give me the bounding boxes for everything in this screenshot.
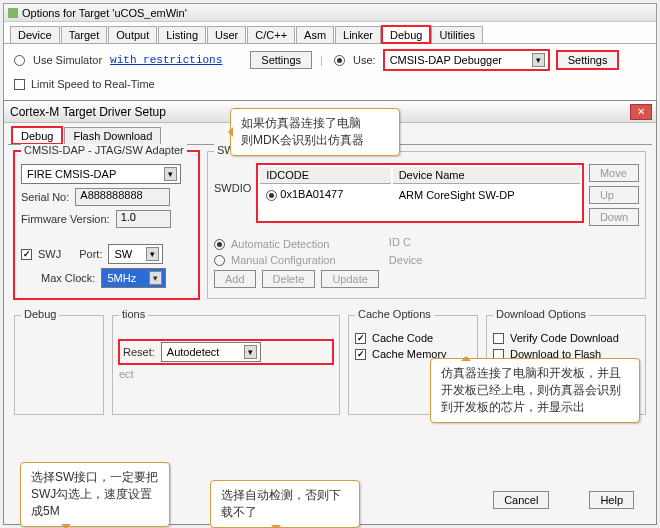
tab-device[interactable]: Device [10, 26, 60, 43]
driver-title: Cortex-M Target Driver Setup [10, 105, 166, 119]
idc-label: ID C [389, 236, 423, 248]
device-table: IDCODE Device Name 0x1BA01477 ARM CoreSi… [257, 164, 583, 222]
callout-3: 选择SW接口，一定要把SWJ勾选上，速度设置成5M [20, 462, 170, 527]
cancel-button[interactable]: Cancel [493, 491, 549, 509]
manual-config-radio[interactable] [214, 255, 225, 266]
reset-label: Reset: [123, 346, 155, 358]
restrictions-link[interactable]: with restrictions [110, 54, 222, 66]
debugger-settings-button[interactable]: Settings [557, 51, 619, 69]
delete-button[interactable]: Delete [262, 270, 316, 288]
tab-debug[interactable]: Debug [382, 26, 430, 43]
clock-label: Max Clock: [41, 272, 95, 284]
debug-group-legend: Debug [21, 308, 59, 320]
options-titlebar: Options for Target 'uCOS_emWin' [4, 4, 656, 22]
debug-group: Debug [14, 315, 104, 415]
help-button[interactable]: Help [589, 491, 634, 509]
swj-checkbox[interactable] [21, 249, 32, 260]
driver-tab-debug[interactable]: Debug [12, 127, 62, 144]
reset-select[interactable]: Autodetect ▾ [161, 342, 261, 362]
cache-code-label: Cache Code [372, 332, 433, 344]
tab-cpp[interactable]: C/C++ [247, 26, 295, 43]
dropdown-arrow-icon: ▾ [244, 345, 257, 359]
table-row[interactable]: 0x1BA01477 ARM CoreSight SW-DP [260, 186, 580, 203]
limit-speed-checkbox[interactable] [14, 79, 25, 90]
connect-options-group: tions Reset: Autodetect ▾ ect [112, 315, 340, 415]
swdio-label: SWDIO [214, 182, 251, 194]
device-table-wrap: IDCODE Device Name 0x1BA01477 ARM CoreSi… [257, 164, 583, 222]
adapter-name-select[interactable]: FIRE CMSIS-DAP ▾ [21, 164, 181, 184]
callout-1: 如果仿真器连接了电脑 则MDK会识别出仿真器 [230, 108, 400, 156]
debugger-select[interactable]: CMSIS-DAP Debugger ▾ [384, 50, 549, 70]
callout-4: 选择自动检测，否则下载不了 [210, 480, 360, 528]
cache-memory-checkbox[interactable] [355, 349, 366, 360]
update-button[interactable]: Update [321, 270, 378, 288]
options-title: Options for Target 'uCOS_emWin' [22, 4, 187, 22]
col-devname: Device Name [393, 167, 580, 184]
clock-select[interactable]: 5MHz ▾ [101, 268, 166, 288]
driver-tab-flash[interactable]: Flash Download [64, 127, 161, 144]
auto-detect-label: Automatic Detection [231, 238, 329, 250]
fw-label: Firmware Version: [21, 213, 110, 225]
callout-2: 仿真器连接了电脑和开发板，并且开发板已经上电，则仿真器会识别到开发板的芯片，并显… [430, 358, 640, 423]
move-button[interactable]: Move [589, 164, 639, 182]
up-button[interactable]: Up [589, 186, 639, 204]
verify-label: Verify Code Download [510, 332, 619, 344]
reset-value: Autodetect [167, 346, 220, 358]
driver-panel: CMSIS-DAP - JTAG/SW Adapter FIRE CMSIS-D… [8, 144, 652, 515]
options-window: Options for Target 'uCOS_emWin' Device T… [3, 3, 657, 103]
tab-asm[interactable]: Asm [296, 26, 334, 43]
tab-utilities[interactable]: Utilities [431, 26, 482, 43]
serial-label: Serial No: [21, 191, 69, 203]
port-value: SW [114, 248, 132, 260]
down-button[interactable]: Down [589, 208, 639, 226]
tab-linker[interactable]: Linker [335, 26, 381, 43]
tab-output[interactable]: Output [108, 26, 157, 43]
row-devname: ARM CoreSight SW-DP [393, 186, 580, 203]
use-simulator-radio[interactable] [14, 55, 25, 66]
port-select[interactable]: SW ▾ [108, 244, 163, 264]
sw-device-group: SW Device SWDIO IDCODE Device Name 0x1BA… [207, 151, 646, 299]
connect-options-legend: tions [119, 308, 148, 320]
use-label: Use: [353, 54, 376, 66]
tab-user[interactable]: User [207, 26, 246, 43]
row-idcode: 0x1BA01477 [280, 188, 343, 200]
options-body: Use Simulator with restrictions Settings… [4, 43, 656, 76]
swj-label: SWJ [38, 248, 61, 260]
verify-checkbox[interactable] [493, 333, 504, 344]
use-debugger-radio[interactable] [334, 55, 345, 66]
download-legend: Download Options [493, 308, 589, 320]
manual-config-label: Manual Configuration [231, 254, 336, 266]
cache-code-checkbox[interactable] [355, 333, 366, 344]
connect-row: ect [119, 368, 333, 380]
col-idcode: IDCODE [260, 167, 390, 184]
tab-target[interactable]: Target [61, 26, 108, 43]
row-radio[interactable] [266, 190, 277, 201]
dialog-bottom-buttons: Cancel Help [493, 491, 634, 509]
use-simulator-label: Use Simulator [33, 54, 102, 66]
auto-detect-radio[interactable] [214, 239, 225, 250]
dropdown-arrow-icon: ▾ [146, 247, 159, 261]
debugger-select-value: CMSIS-DAP Debugger [390, 54, 502, 66]
adapter-name-value: FIRE CMSIS-DAP [27, 168, 116, 180]
app-icon [8, 8, 18, 18]
fw-field: 1.0 [116, 210, 171, 228]
add-button[interactable]: Add [214, 270, 256, 288]
options-tabs: Device Target Output Listing User C/C++ … [4, 22, 656, 43]
cache-legend: Cache Options [355, 308, 434, 320]
adapter-legend: CMSIS-DAP - JTAG/SW Adapter [21, 144, 187, 156]
device-side-buttons: Move Up Down [589, 164, 639, 226]
port-label: Port: [79, 248, 102, 260]
serial-field: A888888888 [75, 188, 170, 206]
tab-listing[interactable]: Listing [158, 26, 206, 43]
devn-label: Device [389, 254, 423, 266]
clock-value: 5MHz [107, 272, 136, 284]
dropdown-arrow-icon: ▾ [164, 167, 177, 181]
limit-row: Limit Speed to Real-Time [4, 76, 656, 92]
adapter-group: CMSIS-DAP - JTAG/SW Adapter FIRE CMSIS-D… [14, 151, 199, 299]
limit-speed-label: Limit Speed to Real-Time [31, 78, 155, 90]
sim-settings-button[interactable]: Settings [250, 51, 312, 69]
close-icon[interactable]: ✕ [630, 104, 652, 120]
dropdown-arrow-icon: ▾ [149, 271, 162, 285]
dropdown-arrow-icon: ▾ [532, 53, 545, 67]
